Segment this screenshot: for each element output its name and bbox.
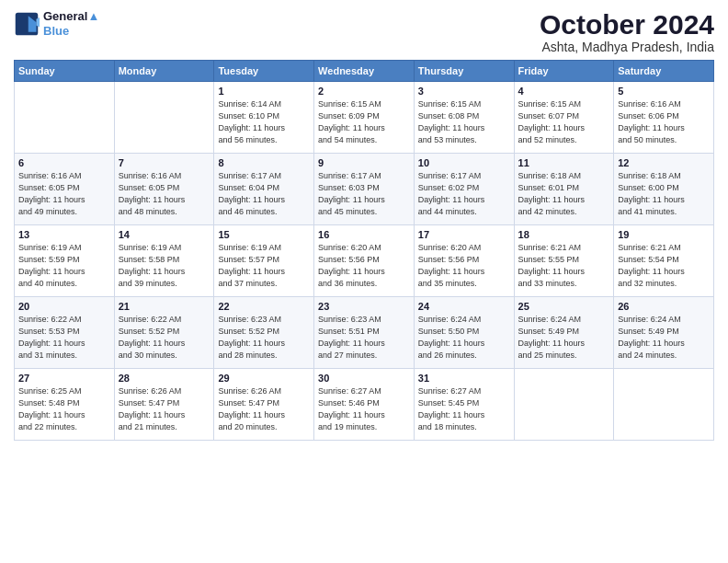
day-info: Sunrise: 6:25 AM Sunset: 5:48 PM Dayligh… (18, 385, 110, 433)
calendar-cell: 8Sunrise: 6:17 AM Sunset: 6:04 PM Daylig… (214, 154, 314, 225)
day-number: 10 (418, 157, 510, 168)
day-number: 15 (218, 229, 310, 240)
day-number: 25 (518, 301, 610, 312)
calendar-cell: 2Sunrise: 6:15 AM Sunset: 6:09 PM Daylig… (314, 82, 415, 154)
day-number: 4 (518, 86, 610, 97)
day-info: Sunrise: 6:15 AM Sunset: 6:08 PM Dayligh… (418, 98, 510, 146)
calendar-cell: 1Sunrise: 6:14 AM Sunset: 6:10 PM Daylig… (214, 82, 314, 154)
day-number: 18 (518, 229, 610, 240)
calendar-cell (15, 82, 115, 154)
day-number: 20 (18, 301, 110, 312)
day-info: Sunrise: 6:18 AM Sunset: 6:00 PM Dayligh… (618, 170, 710, 218)
calendar-cell: 16Sunrise: 6:20 AM Sunset: 5:56 PM Dayli… (314, 225, 415, 297)
day-number: 26 (618, 301, 710, 312)
calendar-cell: 15Sunrise: 6:19 AM Sunset: 5:57 PM Dayli… (214, 225, 314, 297)
calendar-cell: 19Sunrise: 6:21 AM Sunset: 5:54 PM Dayli… (614, 225, 714, 297)
calendar-cell: 5Sunrise: 6:16 AM Sunset: 6:06 PM Daylig… (614, 82, 714, 154)
day-info: Sunrise: 6:22 AM Sunset: 5:53 PM Dayligh… (18, 314, 110, 362)
calendar-cell: 10Sunrise: 6:17 AM Sunset: 6:02 PM Dayli… (414, 154, 514, 225)
logo: General▲ Blue (14, 9, 99, 38)
day-number: 23 (318, 301, 410, 312)
logo-text: General▲ Blue (43, 9, 99, 38)
weekday-header-saturday: Saturday (614, 61, 714, 82)
day-number: 12 (618, 157, 710, 168)
day-info: Sunrise: 6:26 AM Sunset: 5:47 PM Dayligh… (218, 385, 310, 433)
day-info: Sunrise: 6:19 AM Sunset: 5:59 PM Dayligh… (18, 242, 110, 290)
weekday-header-tuesday: Tuesday (214, 61, 314, 82)
calendar-week-row: 13Sunrise: 6:19 AM Sunset: 5:59 PM Dayli… (15, 225, 714, 297)
day-number: 31 (418, 373, 510, 384)
calendar-week-row: 27Sunrise: 6:25 AM Sunset: 5:48 PM Dayli… (15, 369, 714, 441)
calendar-week-row: 1Sunrise: 6:14 AM Sunset: 6:10 PM Daylig… (15, 82, 714, 154)
title-area: October 2024 Ashta, Madhya Pradesh, Indi… (540, 9, 714, 54)
day-number: 5 (618, 86, 710, 97)
day-number: 1 (218, 86, 310, 97)
calendar-cell (514, 369, 614, 441)
day-number: 19 (618, 229, 710, 240)
day-info: Sunrise: 6:24 AM Sunset: 5:49 PM Dayligh… (518, 314, 610, 362)
calendar-cell: 27Sunrise: 6:25 AM Sunset: 5:48 PM Dayli… (15, 369, 115, 441)
calendar-cell: 18Sunrise: 6:21 AM Sunset: 5:55 PM Dayli… (514, 225, 614, 297)
day-number: 8 (218, 157, 310, 168)
calendar-cell: 26Sunrise: 6:24 AM Sunset: 5:49 PM Dayli… (614, 297, 714, 369)
day-info: Sunrise: 6:15 AM Sunset: 6:07 PM Dayligh… (518, 98, 610, 146)
day-number: 7 (119, 157, 210, 168)
calendar-cell (114, 82, 214, 154)
calendar-cell: 29Sunrise: 6:26 AM Sunset: 5:47 PM Dayli… (214, 369, 314, 441)
svg-marker-2 (37, 17, 40, 28)
day-info: Sunrise: 6:24 AM Sunset: 5:50 PM Dayligh… (418, 314, 510, 362)
calendar-cell (614, 369, 714, 441)
header: General▲ Blue October 2024 Ashta, Madhya… (14, 9, 714, 54)
day-number: 3 (418, 86, 510, 97)
calendar-cell: 17Sunrise: 6:20 AM Sunset: 5:56 PM Dayli… (414, 225, 514, 297)
day-info: Sunrise: 6:21 AM Sunset: 5:55 PM Dayligh… (518, 242, 610, 290)
day-info: Sunrise: 6:27 AM Sunset: 5:45 PM Dayligh… (418, 385, 510, 433)
day-number: 17 (418, 229, 510, 240)
day-info: Sunrise: 6:17 AM Sunset: 6:03 PM Dayligh… (318, 170, 410, 218)
day-number: 16 (318, 229, 410, 240)
day-info: Sunrise: 6:19 AM Sunset: 5:57 PM Dayligh… (218, 242, 310, 290)
day-info: Sunrise: 6:19 AM Sunset: 5:58 PM Dayligh… (119, 242, 210, 290)
calendar-cell: 20Sunrise: 6:22 AM Sunset: 5:53 PM Dayli… (15, 297, 115, 369)
calendar-cell: 30Sunrise: 6:27 AM Sunset: 5:46 PM Dayli… (314, 369, 415, 441)
logo-icon (14, 11, 40, 37)
day-info: Sunrise: 6:26 AM Sunset: 5:47 PM Dayligh… (119, 385, 210, 433)
day-number: 13 (18, 229, 110, 240)
calendar-cell: 22Sunrise: 6:23 AM Sunset: 5:52 PM Dayli… (214, 297, 314, 369)
calendar-week-row: 20Sunrise: 6:22 AM Sunset: 5:53 PM Dayli… (15, 297, 714, 369)
day-number: 9 (318, 157, 410, 168)
calendar-cell: 13Sunrise: 6:19 AM Sunset: 5:59 PM Dayli… (15, 225, 115, 297)
day-info: Sunrise: 6:23 AM Sunset: 5:52 PM Dayligh… (218, 314, 310, 362)
month-title: October 2024 (540, 9, 714, 40)
day-info: Sunrise: 6:16 AM Sunset: 6:05 PM Dayligh… (18, 170, 110, 218)
calendar-cell: 28Sunrise: 6:26 AM Sunset: 5:47 PM Dayli… (114, 369, 214, 441)
calendar-cell: 3Sunrise: 6:15 AM Sunset: 6:08 PM Daylig… (414, 82, 514, 154)
calendar-cell: 14Sunrise: 6:19 AM Sunset: 5:58 PM Dayli… (114, 225, 214, 297)
calendar-cell: 6Sunrise: 6:16 AM Sunset: 6:05 PM Daylig… (15, 154, 115, 225)
weekday-header-monday: Monday (114, 61, 214, 82)
day-info: Sunrise: 6:15 AM Sunset: 6:09 PM Dayligh… (318, 98, 410, 146)
day-number: 22 (218, 301, 310, 312)
day-info: Sunrise: 6:16 AM Sunset: 6:06 PM Dayligh… (618, 98, 710, 146)
day-info: Sunrise: 6:21 AM Sunset: 5:54 PM Dayligh… (618, 242, 710, 290)
day-number: 14 (119, 229, 210, 240)
calendar-cell: 31Sunrise: 6:27 AM Sunset: 5:45 PM Dayli… (414, 369, 514, 441)
calendar-cell: 23Sunrise: 6:23 AM Sunset: 5:51 PM Dayli… (314, 297, 415, 369)
day-info: Sunrise: 6:27 AM Sunset: 5:46 PM Dayligh… (318, 385, 410, 433)
location-subtitle: Ashta, Madhya Pradesh, India (540, 40, 714, 54)
day-info: Sunrise: 6:20 AM Sunset: 5:56 PM Dayligh… (418, 242, 510, 290)
calendar-cell: 21Sunrise: 6:22 AM Sunset: 5:52 PM Dayli… (114, 297, 214, 369)
day-info: Sunrise: 6:20 AM Sunset: 5:56 PM Dayligh… (318, 242, 410, 290)
weekday-header-thursday: Thursday (414, 61, 514, 82)
calendar-cell: 12Sunrise: 6:18 AM Sunset: 6:00 PM Dayli… (614, 154, 714, 225)
day-info: Sunrise: 6:24 AM Sunset: 5:49 PM Dayligh… (618, 314, 710, 362)
day-info: Sunrise: 6:17 AM Sunset: 6:04 PM Dayligh… (218, 170, 310, 218)
day-info: Sunrise: 6:17 AM Sunset: 6:02 PM Dayligh… (418, 170, 510, 218)
day-number: 30 (318, 373, 410, 384)
calendar-week-row: 6Sunrise: 6:16 AM Sunset: 6:05 PM Daylig… (15, 154, 714, 225)
weekday-header-row: SundayMondayTuesdayWednesdayThursdayFrid… (15, 61, 714, 82)
day-number: 11 (518, 157, 610, 168)
day-number: 29 (218, 373, 310, 384)
day-info: Sunrise: 6:18 AM Sunset: 6:01 PM Dayligh… (518, 170, 610, 218)
weekday-header-friday: Friday (514, 61, 614, 82)
